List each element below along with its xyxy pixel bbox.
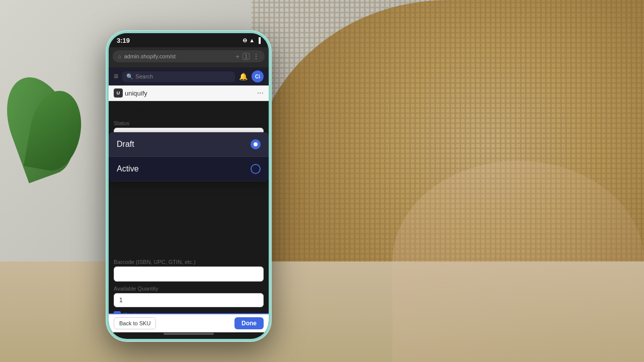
status-time: 3:19 <box>117 37 130 44</box>
brand-icon: U <box>114 88 123 98</box>
done-button[interactable]: Done <box>234 317 264 329</box>
app-brand: U uniquify <box>114 88 147 98</box>
quantity-input[interactable]: 1 <box>114 293 264 307</box>
app-body: Preview Status Draft ⌄ Title Woven bas <box>109 101 269 339</box>
status-bar: 3:19 ⊖ ▲ ▐ <box>109 33 269 47</box>
notification-icon: ⊖ <box>243 37 247 44</box>
status-icons: ⊖ ▲ ▐ <box>243 37 261 44</box>
app-header: U uniquify ··· <box>109 85 269 101</box>
phone-screen: 3:19 ⊖ ▲ ▐ ⌂ admin.shopify.com/st + 1 ⋮ <box>109 33 269 339</box>
browser-url-bar[interactable]: ⌂ admin.shopify.com/st + 1 ⋮ <box>113 50 265 62</box>
content-scroll: Preview Status Draft ⌄ Title Woven bas <box>109 101 269 178</box>
quantity-label: Available Quantity <box>114 286 264 292</box>
search-icon: 🔍 <box>126 73 133 80</box>
active-option-label: Active <box>117 164 139 173</box>
home-icon: ⌂ <box>118 53 121 59</box>
status-dropdown-menu: Draft Active <box>109 132 269 182</box>
tab-count: 1 <box>243 53 250 60</box>
draft-radio <box>251 139 261 149</box>
search-placeholder: Search <box>135 73 153 79</box>
plant-decoration <box>0 50 101 251</box>
back-to-sku-button[interactable]: Back to SKU <box>114 317 156 329</box>
dropdown-option-draft[interactable]: Draft <box>109 132 269 157</box>
floor <box>0 261 644 362</box>
wifi-icon: ▲ <box>249 37 255 43</box>
barcode-input[interactable] <box>114 266 264 282</box>
hamburger-icon[interactable]: ≡ <box>114 72 118 81</box>
preview-title: Preview <box>114 106 264 115</box>
bell-icon[interactable]: 🔔 <box>239 72 248 80</box>
phone-device: 3:19 ⊖ ▲ ▐ ⌂ admin.shopify.com/st + 1 ⋮ <box>106 30 272 342</box>
home-indicator <box>164 333 214 335</box>
draft-option-label: Draft <box>117 140 134 149</box>
brand-name: uniquify <box>125 89 147 97</box>
dropdown-option-active[interactable]: Active <box>109 157 269 182</box>
browser-chrome: ⌂ admin.shopify.com/st + 1 ⋮ <box>109 47 269 67</box>
battery-icon: ▐ <box>257 37 261 43</box>
app-more-icon[interactable]: ··· <box>257 88 264 98</box>
bottom-bar: Back to SKU Done <box>109 313 269 332</box>
user-avatar[interactable]: Ci <box>252 70 264 82</box>
active-radio <box>251 164 261 174</box>
phone-case: 3:19 ⊖ ▲ ▐ ⌂ admin.shopify.com/st + 1 ⋮ <box>106 30 272 342</box>
app-toolbar: ≡ 🔍 Search 🔔 Ci <box>109 67 269 85</box>
toolbar-search[interactable]: 🔍 Search <box>122 71 235 82</box>
status-label: Status <box>114 120 264 126</box>
browser-url: admin.shopify.com/st <box>124 53 233 59</box>
add-tab-icon: + <box>235 53 239 60</box>
browser-menu-icon: ⋮ <box>253 52 260 60</box>
barcode-label: Barcode (ISBN, UPC, GTIN, etc.) <box>114 259 264 265</box>
